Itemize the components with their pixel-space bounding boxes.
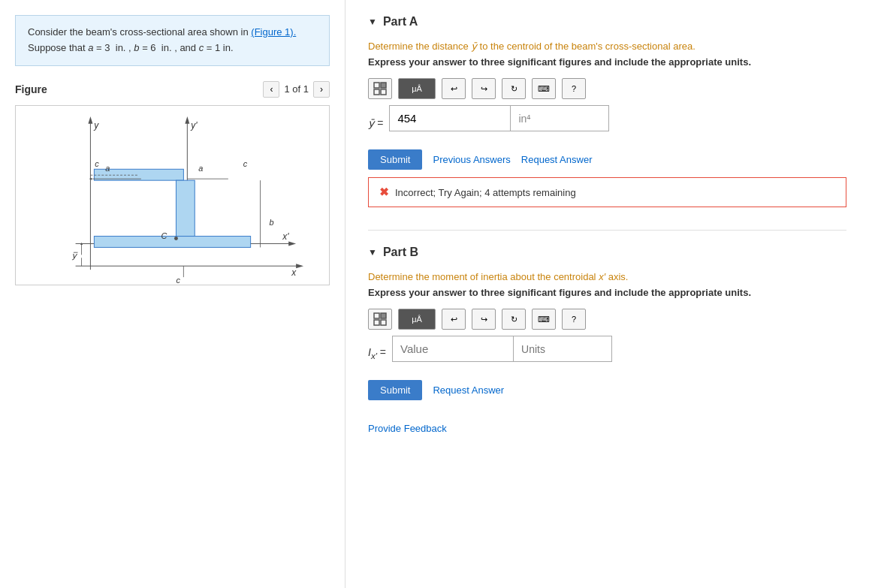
toolbar-b-mu-btn[interactable]: μÂ [398, 309, 436, 330]
part-b-value-input[interactable] [393, 336, 513, 361]
svg-marker-4 [185, 116, 189, 123]
toolbar-keyboard-btn[interactable]: ⌨ [532, 78, 556, 99]
part-b-section: ▼ Part B Determine the moment of inertia… [368, 246, 846, 400]
svg-rect-37 [381, 89, 386, 95]
part-a-header: ▼ Part A [368, 15, 846, 29]
svg-rect-14 [176, 180, 195, 236]
provide-feedback-link[interactable]: Provide Feedback [368, 423, 846, 434]
svg-rect-39 [381, 313, 386, 318]
part-a-answer-label: ȳ = [368, 117, 383, 129]
error-icon: ✖ [379, 185, 389, 199]
part-a-instruction: Express your answer to three significant… [368, 56, 846, 68]
problem-statement: Consider the beam's cross-sectional area… [15, 15, 330, 66]
figure-link[interactable]: (Figure 1). [251, 26, 296, 38]
svg-rect-13 [94, 236, 250, 247]
figure-page: 1 of 1 [284, 83, 309, 95]
part-a-units-input[interactable] [511, 106, 608, 131]
svg-rect-38 [374, 313, 379, 318]
figure-title: Figure [15, 83, 47, 95]
svg-rect-35 [381, 83, 386, 88]
problem-text-2: Suppose that [28, 42, 88, 53]
svg-rect-40 [374, 320, 379, 325]
problem-text-1: Consider the beam's cross-sectional area… [28, 26, 251, 38]
part-a-actions: Submit Previous Answers Request Answer [368, 149, 846, 170]
part-a-error-box: ✖ Incorrect; Try Again; 4 attempts remai… [368, 177, 846, 207]
part-a-combined-input [389, 105, 609, 131]
svg-text:x: x [291, 267, 297, 278]
toolbar-mu-btn[interactable]: μÂ [398, 78, 436, 99]
part-b-answer-row: Ix' = [368, 336, 846, 371]
svg-text:y̅: y̅ [72, 251, 79, 261]
svg-text:x': x' [282, 231, 289, 242]
svg-text:c: c [95, 159, 99, 168]
svg-text:y': y' [190, 119, 198, 130]
part-a-value-input[interactable] [390, 106, 510, 131]
problem-math: a [88, 42, 93, 53]
part-a-label: Part A [383, 15, 418, 29]
part-b-answer-label: Ix' = [368, 346, 386, 360]
svg-text:C: C [161, 231, 167, 240]
part-b-header: ▼ Part B [368, 246, 846, 259]
toolbar-refresh-btn[interactable]: ↻ [502, 78, 526, 99]
right-panel: ▼ Part A Determine the distance ȳ to th… [345, 0, 869, 588]
part-a-request-answer-button[interactable]: Request Answer [521, 154, 593, 165]
toolbar-b-matrix-btn[interactable] [368, 309, 392, 330]
toolbar-redo-btn[interactable]: ↪ [472, 78, 496, 99]
svg-rect-34 [374, 83, 379, 88]
part-b-collapse[interactable]: ▼ [368, 247, 377, 258]
figure-prev-button[interactable]: ‹ [263, 81, 279, 98]
part-b-instruction: Express your answer to three significant… [368, 287, 846, 298]
toolbar-matrix-btn[interactable] [368, 78, 392, 99]
figure-container: y y' x x' [15, 105, 330, 285]
cross-section-svg: y y' x x' [16, 106, 329, 285]
part-b-units-input[interactable] [514, 336, 611, 361]
figure-next-button[interactable]: › [313, 81, 330, 98]
svg-text:b: b [269, 217, 273, 226]
toolbar-b-keyboard-btn[interactable]: ⌨ [532, 309, 556, 330]
toolbar-mu-label: μÂ [412, 84, 422, 93]
toolbar-b-refresh-btn[interactable]: ↻ [502, 309, 526, 330]
part-b-label: Part B [383, 246, 418, 259]
part-a-submit-button[interactable]: Submit [368, 149, 422, 170]
svg-text:a: a [105, 164, 110, 173]
part-a-section: ▼ Part A Determine the distance ȳ to th… [368, 15, 846, 207]
error-text: Incorrect; Try Again; 4 attempts remaini… [395, 187, 576, 198]
part-b-description: Determine the moment of inertia about th… [368, 271, 846, 282]
svg-text:a: a [198, 164, 203, 173]
part-a-prev-answers-button[interactable]: Previous Answers [433, 154, 510, 165]
svg-marker-10 [288, 241, 296, 246]
toolbar-b-undo-btn[interactable]: ↩ [442, 309, 466, 330]
svg-point-26 [174, 237, 178, 240]
part-a-description: Determine the distance ȳ to the centroi… [368, 41, 846, 52]
svg-text:y: y [93, 119, 99, 130]
figure-diagram: y y' x x' [15, 105, 330, 285]
part-a-answer-row: ȳ = [368, 105, 846, 140]
svg-rect-36 [374, 89, 379, 95]
toolbar-b-help-btn[interactable]: ? [562, 309, 586, 330]
svg-text:c: c [176, 276, 180, 285]
part-b-combined-input [392, 336, 612, 362]
section-divider [368, 230, 846, 231]
toolbar-b-redo-btn[interactable]: ↪ [472, 309, 496, 330]
part-a-toolbar: μÂ ↩ ↪ ↻ ⌨ ? [368, 78, 846, 99]
part-b-submit-button[interactable]: Submit [368, 380, 422, 400]
figure-navigation: ‹ 1 of 1 › [263, 81, 330, 98]
part-b-toolbar: μÂ ↩ ↪ ↻ ⌨ ? [368, 309, 846, 330]
toolbar-help-btn[interactable]: ? [562, 78, 586, 99]
part-a-collapse[interactable]: ▼ [368, 17, 377, 27]
part-b-actions: Submit Request Answer [368, 380, 846, 400]
part-b-request-answer-button[interactable]: Request Answer [433, 384, 504, 396]
svg-text:c: c [243, 159, 248, 168]
toolbar-undo-btn[interactable]: ↩ [442, 78, 466, 99]
svg-marker-7 [296, 264, 303, 268]
figure-header: Figure ‹ 1 of 1 › [15, 81, 330, 98]
toolbar-b-mu-label: μÂ [412, 315, 422, 324]
svg-marker-1 [88, 116, 92, 123]
svg-rect-41 [381, 320, 386, 325]
